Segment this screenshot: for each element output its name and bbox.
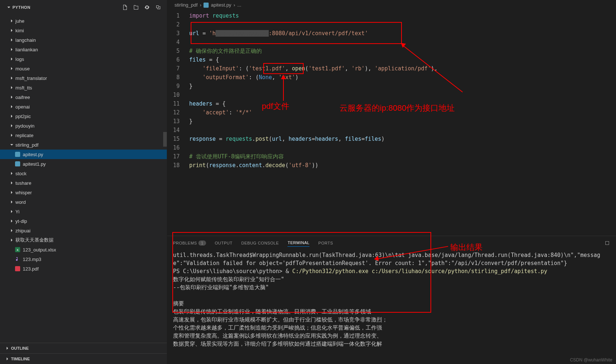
code-line-16[interactable] bbox=[189, 143, 616, 152]
tab-ports[interactable]: PORTS bbox=[318, 239, 333, 247]
chevron-right-icon bbox=[9, 199, 15, 205]
chevron-right-icon bbox=[9, 123, 15, 129]
file-123_output.xlsx[interactable]: X123_output.xlsx bbox=[0, 245, 167, 254]
chevron-right-icon bbox=[9, 66, 15, 71]
breadcrumb-folder[interactable]: stirling_pdf bbox=[175, 2, 198, 8]
folder-msft_translator[interactable]: msft_translator bbox=[0, 73, 167, 83]
terminal-output[interactable]: util.threads.TaskThread$WrappingRunnable… bbox=[167, 250, 616, 364]
sidebar: PYTHON juhekimilangchainlianliankanlogsm… bbox=[0, 0, 167, 364]
chevron-right-icon bbox=[9, 190, 15, 195]
code-line-7[interactable]: 'fileInput': ('test1.pdf', open('test1.p… bbox=[189, 64, 616, 73]
audio-icon bbox=[15, 256, 21, 262]
breadcrumb-more[interactable]: ... bbox=[237, 2, 241, 8]
chevron-right-icon bbox=[9, 237, 15, 243]
code-line-13[interactable]: } bbox=[189, 117, 616, 126]
chevron-right-icon bbox=[9, 75, 15, 81]
code-content[interactable]: import requestsurl = 'http://xxx.xxx.xx:… bbox=[189, 11, 616, 236]
folder-juhe[interactable]: juhe bbox=[0, 16, 167, 26]
collapse-all-icon[interactable] bbox=[155, 4, 161, 10]
svg-rect-0 bbox=[15, 152, 20, 157]
excel-icon: X bbox=[15, 247, 21, 253]
folder-lianliankan[interactable]: lianliankan bbox=[0, 45, 167, 54]
new-file-icon[interactable] bbox=[122, 4, 128, 10]
sidebar-actions bbox=[122, 4, 161, 10]
folder-stock[interactable]: stock bbox=[0, 169, 167, 178]
chevron-right-icon bbox=[4, 345, 10, 351]
main-editor-area: stirling_pdf › apitest.py › ... 12345678… bbox=[167, 0, 616, 364]
refresh-icon[interactable] bbox=[144, 4, 150, 10]
code-line-3[interactable]: url = 'http://xxx.xxx.xx:8080/api/v1/con… bbox=[189, 29, 616, 38]
file-apitest1.py[interactable]: apitest1.py bbox=[0, 159, 167, 169]
chevron-right-icon bbox=[9, 85, 15, 91]
sidebar-header: PYTHON bbox=[0, 0, 167, 15]
chevron-right-icon bbox=[9, 180, 15, 186]
svg-rect-1 bbox=[15, 161, 20, 166]
chevron-right-icon bbox=[9, 218, 15, 224]
outline-section[interactable]: OUTLINE bbox=[0, 343, 167, 353]
tab-problems[interactable]: PROBLEMS1 bbox=[173, 239, 206, 247]
folder-whisper[interactable]: whisper bbox=[0, 188, 167, 197]
chevron-right-icon bbox=[9, 170, 15, 176]
code-line-9[interactable]: } bbox=[189, 82, 616, 91]
folder-mouse[interactable]: mouse bbox=[0, 64, 167, 73]
tab-terminal[interactable]: TERMINAL bbox=[287, 239, 309, 247]
watermark: CSDN @wuhanWhite bbox=[570, 357, 612, 363]
chevron-down-icon bbox=[6, 4, 12, 10]
code-editor[interactable]: 123456789101112131415161718 import reque… bbox=[167, 10, 616, 236]
code-line-18[interactable]: print(response.content.decode('utf-8')) bbox=[189, 161, 616, 170]
chevron-right-icon bbox=[9, 37, 15, 43]
folder-ppt2pic[interactable]: ppt2pic bbox=[0, 111, 167, 121]
file-tree: juhekimilangchainlianliankanlogsmousemsf… bbox=[0, 15, 167, 343]
explorer-title[interactable]: PYTHON bbox=[6, 4, 30, 10]
code-line-12[interactable]: 'accept': '*/*' bbox=[189, 108, 616, 117]
panel-tabs: PROBLEMS1OUTPUTDEBUG CONSOLETERMINALPORT… bbox=[167, 236, 616, 250]
code-line-10[interactable] bbox=[189, 91, 616, 99]
chevron-right-icon bbox=[9, 47, 15, 52]
folder-logs[interactable]: logs bbox=[0, 54, 167, 64]
code-line-5[interactable]: # 确保你的文件路径是正确的 bbox=[189, 47, 616, 55]
folder-Yi[interactable]: Yi bbox=[0, 207, 167, 216]
scrollbar-thumb[interactable] bbox=[163, 132, 167, 147]
code-line-1[interactable]: import requests bbox=[189, 11, 616, 20]
folder-kimi[interactable]: kimi bbox=[0, 26, 167, 35]
chevron-right-icon bbox=[9, 132, 15, 138]
code-line-14[interactable] bbox=[189, 126, 616, 135]
chevron-right-icon bbox=[9, 56, 15, 62]
tab-debug-console[interactable]: DEBUG CONSOLE bbox=[241, 239, 279, 247]
folder-replicate[interactable]: replicate bbox=[0, 130, 167, 140]
folder-获取天天基金数据[interactable]: 获取天天基金数据 bbox=[0, 235, 167, 245]
svg-text:X: X bbox=[16, 248, 19, 252]
chevron-right-icon bbox=[9, 228, 15, 234]
folder-pydouyin[interactable]: pydouyin bbox=[0, 121, 167, 130]
code-line-17[interactable]: # 尝试使用UTF-8编码来打印响应内容 bbox=[189, 152, 616, 161]
folder-msft_tts[interactable]: msft_tts bbox=[0, 83, 167, 92]
python-icon bbox=[15, 161, 21, 167]
folder-word[interactable]: word bbox=[0, 197, 167, 207]
folder-zhipuai[interactable]: zhipuai bbox=[0, 226, 167, 235]
file-123.mp3[interactable]: 123.mp3 bbox=[0, 254, 167, 264]
folder-openai[interactable]: openai bbox=[0, 102, 167, 111]
folder-yt-dlp[interactable]: yt-dlp bbox=[0, 216, 167, 226]
folder-oaifree[interactable]: oaifree bbox=[0, 92, 167, 102]
code-line-2[interactable] bbox=[189, 20, 616, 29]
timeline-section[interactable]: TIMELINE bbox=[0, 353, 167, 364]
tab-output[interactable]: OUTPUT bbox=[215, 239, 232, 247]
chevron-right-icon bbox=[9, 104, 15, 110]
new-folder-icon[interactable] bbox=[133, 4, 139, 10]
breadcrumb[interactable]: stirling_pdf › apitest.py › ... bbox=[167, 0, 616, 10]
code-line-8[interactable]: 'outputFormat': (None, 'txt') bbox=[189, 73, 616, 82]
code-line-4[interactable] bbox=[189, 38, 616, 47]
maximize-panel-icon[interactable] bbox=[604, 240, 610, 246]
code-line-11[interactable]: headers = { bbox=[189, 99, 616, 108]
folder-stirling_pdf[interactable]: stirling_pdf bbox=[0, 140, 167, 150]
file-apitest.py[interactable]: apitest.py bbox=[0, 150, 167, 159]
code-line-6[interactable]: files = { bbox=[189, 55, 616, 64]
pdf-icon bbox=[15, 266, 21, 272]
python-file-icon bbox=[203, 3, 209, 8]
folder-langchain[interactable]: langchain bbox=[0, 35, 167, 45]
code-line-15[interactable]: response = requests.post(url, headers=he… bbox=[189, 135, 616, 143]
chevron-right-icon bbox=[9, 27, 15, 33]
folder-tushare[interactable]: tushare bbox=[0, 178, 167, 188]
breadcrumb-file[interactable]: apitest.py bbox=[211, 2, 231, 8]
file-123.pdf[interactable]: 123.pdf bbox=[0, 264, 167, 273]
